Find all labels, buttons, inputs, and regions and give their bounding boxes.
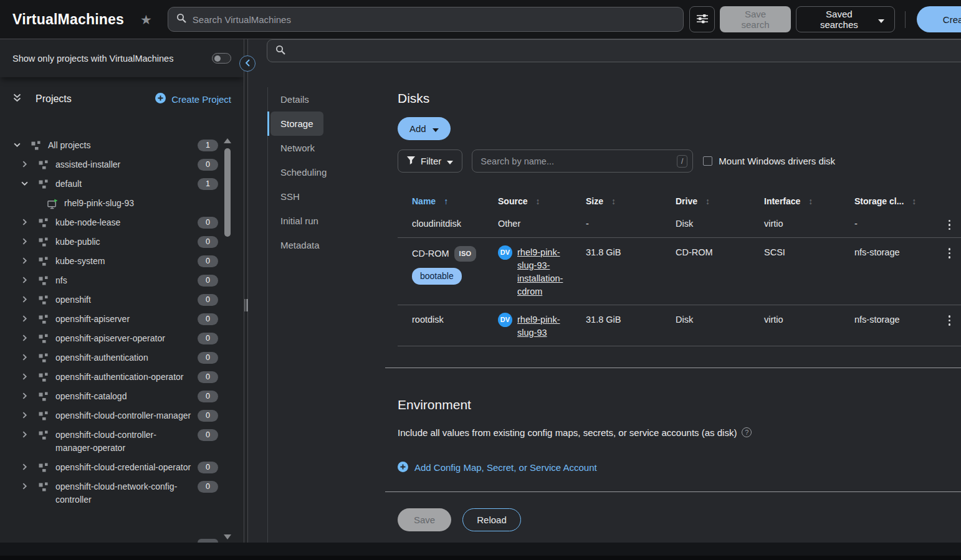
tab-initial-run[interactable]: Initial run	[270, 209, 328, 233]
disk-source-cell: Other	[498, 217, 586, 231]
sort-icon[interactable]: ↕	[611, 196, 616, 206]
column-header[interactable]: Size ↕	[586, 196, 676, 206]
chevron-right-icon[interactable]	[20, 392, 29, 399]
tree-item[interactable]: nfs 0	[0, 271, 244, 290]
tab-scheduling[interactable]: Scheduling	[270, 160, 337, 184]
tree-item-label: openshift-authentication-operator	[55, 371, 193, 384]
chevron-right-icon[interactable]	[20, 277, 29, 283]
vm-search-input[interactable]	[292, 45, 957, 56]
column-header[interactable]: Drive ↕	[676, 196, 764, 206]
chevron-right-icon[interactable]	[20, 335, 29, 341]
sort-icon[interactable]: ↕	[808, 196, 813, 206]
tab-storage[interactable]: Storage	[270, 112, 323, 136]
chevron-right-icon[interactable]	[20, 354, 29, 361]
tree-item[interactable]: openshift-cloud-controller-manager 0	[0, 406, 244, 425]
tree-item[interactable]: openshift-apiserver-operator 0	[0, 329, 244, 348]
create-project-button[interactable]: Create Project	[155, 93, 231, 105]
chevron-right-icon[interactable]	[20, 238, 29, 245]
disk-name-search-input[interactable]	[480, 156, 677, 166]
kebab-menu-icon[interactable]	[949, 246, 951, 298]
help-icon[interactable]: ?	[742, 427, 752, 437]
source-link[interactable]: rhel9-pink-slug-93-installation-cdrom	[517, 246, 577, 298]
disk-size-cell: 31.8 GiB	[586, 246, 676, 298]
saved-searches-dropdown[interactable]: Saved searches	[796, 6, 895, 32]
save-search-button[interactable]: Save search	[720, 6, 791, 32]
add-disk-button[interactable]: Add	[398, 117, 451, 140]
sort-icon[interactable]: ↕	[535, 196, 540, 206]
disks-toolbar: Filter / Mount Windows drivers disk	[398, 149, 961, 173]
tree-item[interactable]: assisted-installer 0	[0, 155, 244, 174]
column-header[interactable]: Interface ↕	[764, 196, 854, 206]
tree-item-label: default	[55, 178, 193, 191]
favorite-star-icon[interactable]: ★	[140, 13, 152, 26]
vm-count-badge: 0	[198, 275, 218, 287]
create-button[interactable]: Create	[917, 6, 961, 32]
save-button[interactable]: Save	[398, 508, 451, 531]
tree-item[interactable]: openshift 0	[0, 290, 244, 310]
vm-count-badge: 0	[198, 481, 218, 493]
chevron-right-icon[interactable]	[20, 257, 29, 264]
tree-item[interactable]: openshift-cloud-network-config-controlle…	[0, 477, 244, 510]
tree-item[interactable]: default 1	[0, 174, 244, 194]
tree-item[interactable]: openshift-catalogd 0	[0, 387, 244, 406]
project-icon	[39, 482, 49, 491]
chevron-right-icon[interactable]	[20, 412, 29, 419]
table-row: rootdisk DV rhel9-pink-slug-93 31.8 GiB …	[398, 305, 961, 346]
chevron-right-icon[interactable]	[20, 296, 29, 303]
chevron-right-icon[interactable]	[20, 431, 29, 438]
chevron-right-icon[interactable]	[20, 483, 29, 490]
add-config-map-link[interactable]: Add Config Map, Secret, or Service Accou…	[398, 462, 597, 474]
tree-item[interactable]: rhel9-pink-slug-93	[0, 194, 244, 213]
disk-actions-cell	[935, 246, 961, 298]
sidebar-resizer[interactable]	[244, 39, 248, 543]
chevron-right-icon[interactable]	[20, 315, 29, 322]
tree-item-label: kube-system	[55, 255, 193, 268]
tree-item[interactable]: openshift-apiserver 0	[0, 310, 244, 329]
show-only-projects-toggle[interactable]	[212, 53, 231, 64]
tree-item[interactable]: openshift-authentication 0	[0, 348, 244, 368]
chevron-right-icon[interactable]	[20, 463, 29, 470]
source-link[interactable]: rhel9-pink-slug-93	[517, 313, 577, 339]
tree-item[interactable]: openshift-cloud-controller-manager-opera…	[0, 425, 244, 458]
chevron-right-icon[interactable]	[20, 161, 29, 168]
column-header[interactable]: Storage cl... ↕	[854, 196, 935, 206]
tab-network[interactable]: Network	[270, 136, 325, 160]
tree-item[interactable]: kube-public 0	[0, 232, 244, 252]
tab-label: Initial run	[280, 216, 318, 226]
chevron-down-icon	[433, 123, 439, 134]
chevron-down-icon[interactable]	[12, 141, 21, 148]
global-search-input[interactable]	[193, 14, 675, 25]
tab-metadata[interactable]: Metadata	[270, 233, 330, 257]
disk-name-cell: cloudinitdisk	[398, 217, 498, 231]
checkbox-box[interactable]	[703, 156, 712, 166]
sort-icon[interactable]: ↑	[444, 196, 448, 206]
sort-icon[interactable]: ↕	[912, 196, 916, 206]
tab-ssh[interactable]: SSH	[270, 184, 310, 209]
collapse-all-icon[interactable]	[12, 93, 22, 105]
project-icon	[39, 257, 49, 266]
reload-button[interactable]: Reload	[462, 508, 521, 531]
tree-item[interactable]: kube-system 0	[0, 252, 244, 271]
mount-windows-drivers-checkbox[interactable]: Mount Windows drivers disk	[703, 156, 835, 166]
tree-item[interactable]: All projects 1	[0, 136, 244, 155]
tree-item[interactable]: openshift-cloud-credential-operator 0	[0, 458, 244, 477]
project-filter-row: Show only projects with VirtualMachines	[0, 39, 244, 77]
tab-details[interactable]: Details	[270, 87, 319, 112]
scrollbar-up-icon[interactable]	[224, 138, 231, 143]
kebab-menu-icon[interactable]	[949, 217, 951, 231]
chevron-right-icon[interactable]	[20, 219, 29, 225]
scrollbar-down-icon[interactable]	[224, 534, 231, 539]
scrollbar-thumb[interactable]	[224, 148, 231, 237]
sidebar-collapse-button[interactable]	[239, 55, 256, 72]
column-header[interactable]: Source ↕	[498, 196, 586, 206]
disks-filter-dropdown[interactable]: Filter	[398, 149, 462, 173]
chevron-down-icon[interactable]	[20, 180, 29, 187]
chevron-right-icon[interactable]	[20, 373, 29, 380]
column-header[interactable]: Name ↑	[398, 196, 498, 206]
advanced-search-filters-button[interactable]	[689, 6, 715, 32]
vm-count-badge: 0	[198, 159, 218, 171]
tree-item[interactable]: kube-node-lease 0	[0, 213, 244, 232]
kebab-menu-icon[interactable]	[949, 313, 951, 339]
tree-item[interactable]: openshift-authentication-operator 0	[0, 368, 244, 387]
sort-icon[interactable]: ↕	[705, 196, 710, 206]
